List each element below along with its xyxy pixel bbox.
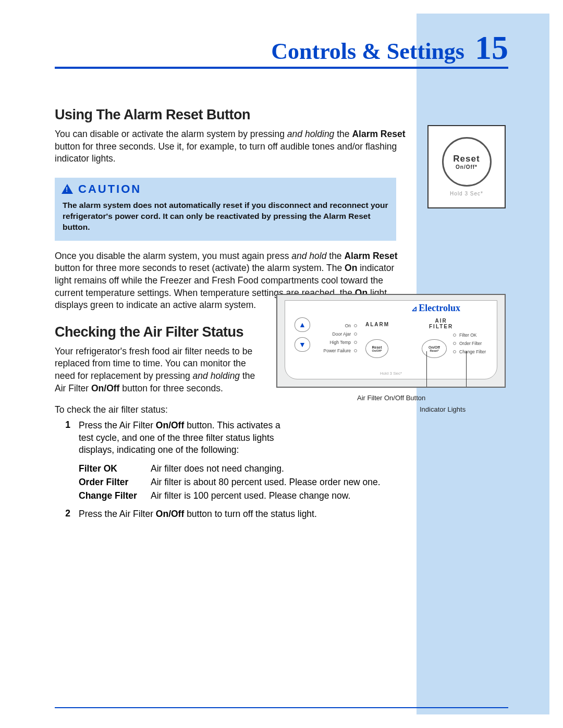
text: FILTER xyxy=(429,324,453,329)
step-1: 1 Press the Air Filter On/Off button. Th… xyxy=(55,419,407,456)
indicator-label: Order Filter xyxy=(459,341,482,346)
callout-line xyxy=(426,351,427,388)
text: Reset xyxy=(372,346,382,349)
text: button for three seconds. xyxy=(119,383,223,393)
caution-header: CAUTION xyxy=(55,178,396,199)
status-desc: Air filter is 100 percent used. Please c… xyxy=(151,489,350,502)
temp-up-icon: ▲ xyxy=(295,317,310,332)
indicator-dot-icon xyxy=(354,349,357,352)
indicator-dot-icon xyxy=(354,341,357,344)
indicator-label: Change Filter xyxy=(459,349,486,354)
text: the xyxy=(334,129,352,139)
indicator-dot-icon xyxy=(354,324,357,327)
text-bold: On/Off xyxy=(91,383,119,393)
alarm-indicator-col: On Door Ajar High Temp Power Failure xyxy=(321,322,357,355)
status-row: Order Filter Air filter is about 80 perc… xyxy=(79,475,407,489)
text: Press the Air Filter xyxy=(79,509,156,519)
page-title: Controls & Settings xyxy=(271,38,464,65)
reset-label-2: On/Off* xyxy=(456,164,478,170)
alarm-header: ALARM xyxy=(365,322,389,327)
section-1-heading: Using The Alarm Reset Button xyxy=(55,107,407,123)
panel-onoff-button: On/Off Reset* xyxy=(422,339,447,358)
text: button for three more seconds to reset (… xyxy=(55,263,345,273)
step-number: 1 xyxy=(55,419,70,456)
page-number: 15 xyxy=(475,29,508,67)
step-1-body: Press the Air Filter On/Off button. This… xyxy=(79,419,290,456)
step-number: 2 xyxy=(55,508,70,521)
indicator-dot-icon xyxy=(354,332,357,336)
control-panel-box: Electrolux ▲ ▼ ALARM AIR FILTER On Door … xyxy=(276,294,506,388)
indicator-dot-icon xyxy=(453,342,456,345)
callout-label-1: Air Filter On/Off Button xyxy=(357,394,425,402)
header-rule xyxy=(55,67,508,69)
caution-title: CAUTION xyxy=(78,182,141,196)
text: the xyxy=(326,251,344,261)
reset-hold-label: Hold 3 Sec* xyxy=(450,191,483,196)
indicator-dot-icon xyxy=(453,350,456,353)
callout-line xyxy=(466,351,467,388)
status-desc: Air filter does not need changing. xyxy=(151,462,284,475)
text: button for three seconds. Use it, for ex… xyxy=(55,141,397,164)
air-filter-header: AIR FILTER xyxy=(429,318,453,329)
text: AIR xyxy=(435,318,447,324)
indicator-dot-icon xyxy=(453,334,456,337)
reset-label-1: Reset xyxy=(453,154,480,164)
status-row: Filter OK Air filter does not need chang… xyxy=(79,462,407,475)
status-row: Change Filter Air filter is 100 percent … xyxy=(79,489,407,502)
section-1-p1: You can disable or activate the alarm sy… xyxy=(55,128,407,165)
indicator-label: Door Ajar xyxy=(321,331,351,337)
indicator-label: Power Failure xyxy=(321,348,351,353)
control-panel-inner: Electrolux ▲ ▼ ALARM AIR FILTER On Door … xyxy=(285,300,497,379)
indicator-label: Filter OK xyxy=(459,332,477,338)
reset-button-callout: Reset On/Off* Hold 3 Sec* xyxy=(427,125,506,208)
status-desc: Air filter is about 80 percent used. Ple… xyxy=(151,475,381,489)
text: Press the Air Filter xyxy=(79,420,156,430)
reset-button-graphic: Reset On/Off* xyxy=(442,137,492,187)
status-label: Change Filter xyxy=(79,489,141,502)
text-bold: Alarm Reset xyxy=(352,129,405,139)
status-table: Filter OK Air filter does not need chang… xyxy=(79,462,407,503)
text: On/Off* xyxy=(372,349,382,352)
panel-hold-text: Hold 3 Sec* xyxy=(285,371,497,376)
panel-reset-button: Reset On/Off* xyxy=(365,339,388,358)
text: Once you disable the alarm system, you m… xyxy=(55,251,291,261)
step-2-body: Press the Air Filter On/Off button to tu… xyxy=(79,508,317,521)
status-label: Order Filter xyxy=(79,475,141,489)
step-2: 2 Press the Air Filter On/Off button to … xyxy=(55,508,407,521)
temp-adjust-buttons: ▲ ▼ xyxy=(295,317,310,352)
text-bold: On/Off xyxy=(156,420,184,430)
text: You can disable or activate the alarm sy… xyxy=(55,129,287,139)
section-2-lead: To check the air filter status: xyxy=(55,404,407,416)
status-label: Filter OK xyxy=(79,462,141,475)
text: On/Off xyxy=(429,346,440,349)
warning-icon xyxy=(62,184,73,194)
text-bold: On/Off xyxy=(156,509,184,519)
indicator-label: On xyxy=(321,323,351,328)
text: button to turn off the status light. xyxy=(184,509,317,519)
caution-body: The alarm system does not automatically … xyxy=(55,199,396,240)
footer-rule xyxy=(55,707,508,708)
text: Reset* xyxy=(430,349,438,352)
page-header: Controls & Settings 15 xyxy=(55,29,508,67)
text-bold: On xyxy=(345,263,357,273)
caution-box: CAUTION The alarm system does not automa… xyxy=(55,178,396,241)
indicator-label: High Temp xyxy=(321,340,351,345)
brand-logo: Electrolux xyxy=(411,303,460,314)
text-italic: and hold xyxy=(291,251,326,261)
text-bold: Alarm Reset xyxy=(344,251,397,261)
section-2-p1: Your refrigerator's fresh food air filte… xyxy=(55,346,266,395)
control-panel-figure: Electrolux ▲ ▼ ALARM AIR FILTER On Door … xyxy=(276,294,506,388)
text-italic: and holding xyxy=(287,129,335,139)
filter-indicator-col: Filter OK Order Filter Change Filter xyxy=(453,331,486,356)
callout-label-2: Indicator Lights xyxy=(420,405,466,413)
text-italic: and holding xyxy=(193,371,240,381)
steps-list: 1 Press the Air Filter On/Off button. Th… xyxy=(55,419,407,520)
temp-down-icon: ▼ xyxy=(295,337,310,352)
